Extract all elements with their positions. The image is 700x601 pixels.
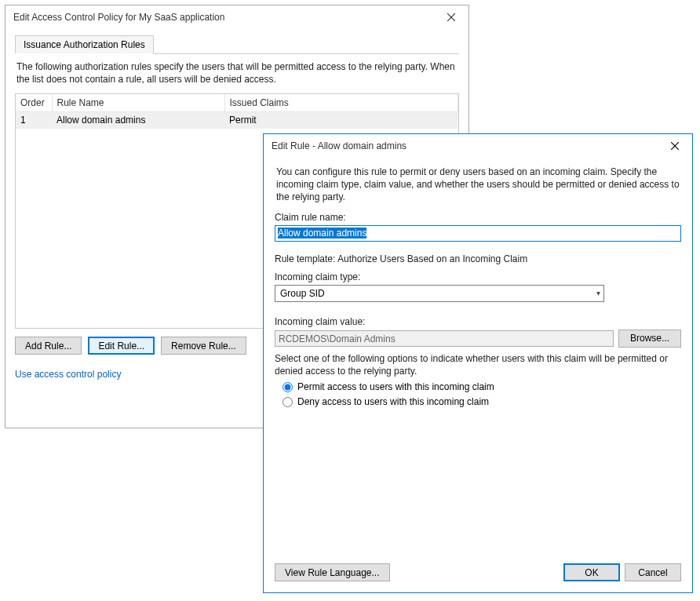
incoming-claim-value-input[interactable]: RCDEMOS\Domain Admins (275, 330, 614, 347)
chevron-down-icon: ▾ (596, 289, 600, 297)
rule-template-text: Rule template: Authorize Users Based on … (275, 253, 681, 265)
col-issued-claims[interactable]: Issued Claims (224, 94, 458, 112)
edit-rule-button[interactable]: Edit Rule... (88, 337, 155, 355)
incoming-claim-type-select[interactable]: Group SID ▾ (275, 285, 604, 302)
edit-rule-dialog: Edit Rule - Allow domain admins You can … (263, 133, 693, 593)
col-order[interactable]: Order (16, 94, 52, 112)
use-access-control-policy-link[interactable]: Use access control policy (15, 369, 121, 380)
radio-deny-label: Deny access to users with this incoming … (297, 396, 489, 407)
close-icon (447, 13, 455, 21)
dialog-title: Edit Rule - Allow domain admins (272, 140, 407, 151)
cell-order: 1 (16, 112, 52, 129)
dialog-footer: View Rule Language... OK Cancel (264, 555, 692, 592)
cancel-button[interactable]: Cancel (625, 563, 681, 581)
browse-button[interactable]: Browse... (618, 330, 681, 348)
incoming-claim-value-text: RCDEMOS\Domain Admins (279, 333, 396, 344)
dialog-title: Edit Access Control Policy for My SaaS a… (13, 12, 224, 23)
option-instruction-text: Select one of the following options to i… (275, 352, 681, 377)
titlebar: Edit Rule - Allow domain admins (264, 134, 692, 158)
table-header-row: Order Rule Name Issued Claims (16, 94, 458, 112)
incoming-claim-value-label: Incoming claim value: (275, 316, 681, 327)
claim-rule-name-label: Claim rule name: (275, 212, 681, 223)
cell-rule-name: Allow domain admins (52, 112, 224, 129)
col-rule-name[interactable]: Rule Name (52, 94, 224, 112)
close-icon (671, 142, 679, 150)
titlebar: Edit Access Control Policy for My SaaS a… (5, 5, 468, 29)
radio-permit[interactable]: Permit access to users with this incomin… (283, 381, 681, 392)
close-button[interactable] (436, 6, 467, 28)
rules-description-text: The following authorization rules specif… (16, 60, 458, 86)
tabstrip: Issuance Authorization Rules (15, 35, 459, 54)
table-row[interactable]: 1 Allow domain admins Permit (16, 112, 458, 129)
radio-permit-label: Permit access to users with this incomin… (297, 381, 494, 392)
claim-rule-name-input[interactable]: Allow domain admins (275, 225, 681, 242)
tab-issuance-authorization-rules[interactable]: Issuance Authorization Rules (15, 35, 154, 54)
radio-deny[interactable]: Deny access to users with this incoming … (283, 396, 681, 407)
view-rule-language-button[interactable]: View Rule Language... (275, 563, 390, 581)
cell-issued-claims: Permit (224, 112, 458, 129)
incoming-claim-type-value: Group SID (280, 288, 325, 299)
ok-button[interactable]: OK (563, 563, 620, 581)
remove-rule-button[interactable]: Remove Rule... (161, 337, 246, 355)
incoming-claim-type-label: Incoming claim type: (275, 271, 681, 282)
close-button[interactable] (659, 135, 691, 157)
dialog-body: You can configure this rule to permit or… (264, 158, 692, 407)
claim-rule-name-value: Allow domain admins (278, 228, 366, 239)
rule-description-text: You can configure this rule to permit or… (276, 166, 680, 204)
radio-deny-input[interactable] (283, 397, 293, 407)
add-rule-button[interactable]: Add Rule... (15, 337, 82, 355)
radio-permit-input[interactable] (283, 382, 293, 392)
